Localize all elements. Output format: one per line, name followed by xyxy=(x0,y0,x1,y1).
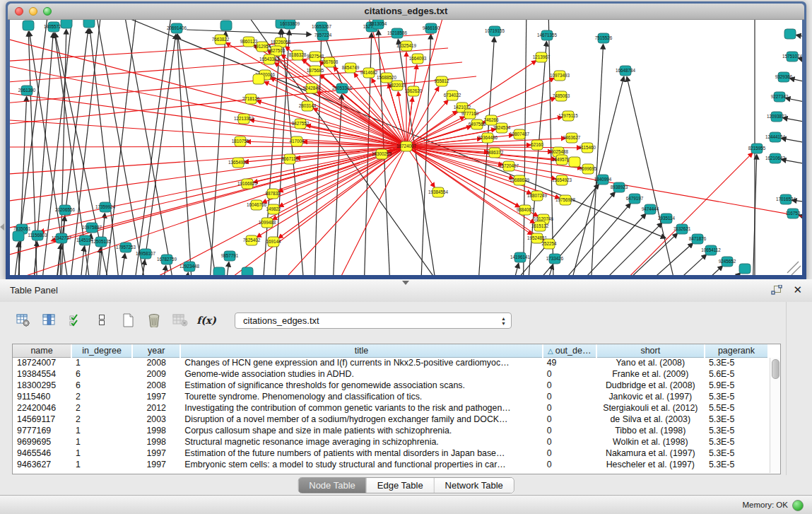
graph-node[interactable]: 10654112 xyxy=(701,245,721,255)
graph-node[interactable]: 9699695 xyxy=(579,164,597,174)
graph-node[interactable]: 18807249 xyxy=(527,191,548,201)
graph-node[interactable]: 20691406 xyxy=(167,23,187,33)
delete-columns-button[interactable] xyxy=(145,311,163,329)
graph-node[interactable]: 19756928 xyxy=(555,195,576,205)
graph-node[interactable]: 1213967 xyxy=(533,52,551,62)
graph-node[interactable]: 2061390 xyxy=(18,86,36,95)
graph-node[interactable]: 1875685 xyxy=(307,66,324,76)
graph-node[interactable]: 7515526 xyxy=(595,33,613,43)
graph-node[interactable]: 8822037 xyxy=(389,81,406,90)
graph-node[interactable]: 17016534 xyxy=(776,194,796,204)
window-close-button[interactable] xyxy=(15,7,23,16)
graph-node[interactable]: 6479197 xyxy=(626,194,644,204)
graph-node[interactable]: 9466160 xyxy=(423,23,440,33)
graph-node[interactable]: 20364486 xyxy=(478,133,498,143)
graph-node[interactable]: 7625402 xyxy=(243,235,261,245)
graph-node[interactable]: 16210643 xyxy=(765,153,786,163)
table-row[interactable]: 969969511998Structural magnetic resonanc… xyxy=(13,436,768,448)
float-panel-icon[interactable] xyxy=(771,285,783,296)
graph-node[interactable]: 9227342 xyxy=(771,92,789,102)
graph-node[interactable]: 149822 xyxy=(266,204,281,214)
delete-table-button[interactable] xyxy=(171,311,189,329)
graph-node[interactable]: 1362620 xyxy=(405,86,423,96)
window-minimize-button[interactable] xyxy=(29,7,37,16)
graph-node[interactable]: 17957253 xyxy=(116,243,136,252)
graph-node[interactable] xyxy=(242,267,253,275)
graph-node[interactable] xyxy=(83,20,95,28)
rows-button[interactable] xyxy=(93,311,111,329)
graph-node[interactable]: 9414682 xyxy=(360,68,378,78)
table-settings-button[interactable] xyxy=(14,311,33,329)
graph-node[interactable]: 16782759 xyxy=(157,255,177,264)
graph-node[interactable] xyxy=(569,157,580,167)
graph-node[interactable]: 6497568 xyxy=(469,119,486,129)
graph-node[interactable]: 19166825 xyxy=(237,179,258,189)
table-row[interactable]: 946554611997Estimation of the future num… xyxy=(13,448,768,459)
graph-node[interactable]: 2718126 xyxy=(242,94,260,104)
graph-node[interactable]: 7632621 xyxy=(673,224,691,234)
column-header-short[interactable]: short xyxy=(596,344,705,357)
graph-node[interactable]: 12505135 xyxy=(91,237,112,247)
column-header-pagerank[interactable]: pagerank xyxy=(705,344,768,357)
graph-node[interactable] xyxy=(13,231,24,241)
splitter-handle-icon[interactable] xyxy=(402,281,409,285)
table-row[interactable]: 1456911722003Disruption of a novel membe… xyxy=(13,414,768,425)
graph-node[interactable] xyxy=(23,21,34,30)
graph-node[interactable]: 12213363 xyxy=(234,114,254,124)
graph-node[interactable]: 1664093 xyxy=(409,54,427,64)
select-columns-button[interactable] xyxy=(66,311,85,329)
table-row[interactable]: 1938455462009Genome-wide association stu… xyxy=(13,368,768,380)
graph-node[interactable] xyxy=(253,74,264,84)
graph-node[interactable]: 16046766 xyxy=(247,200,267,210)
function-builder-button[interactable]: f(x) xyxy=(197,311,216,329)
column-header-name[interactable]: name xyxy=(13,344,71,357)
graph-node[interactable]: 12923448 xyxy=(180,262,200,271)
table-row[interactable]: 977716911998Corpus callosum shape and si… xyxy=(13,425,768,436)
graph-node[interactable]: 10958107 xyxy=(136,249,156,259)
table-row[interactable]: 2242004622012Investigating the contribut… xyxy=(13,402,768,414)
graph-node[interactable]: 955812 xyxy=(434,76,449,86)
graph-node[interactable]: 15751074 xyxy=(782,52,802,62)
table-row[interactable]: 1830029562008Estimation of significance … xyxy=(13,380,768,391)
graph-node[interactable] xyxy=(784,29,796,39)
column-header-title[interactable]: title xyxy=(180,344,542,357)
graph-node[interactable]: 7486372 xyxy=(486,148,504,158)
graph-node[interactable]: 9329366 xyxy=(775,72,793,82)
graph-node[interactable]: 8215955 xyxy=(748,144,766,153)
graph-node[interactable]: 7485063 xyxy=(553,91,570,101)
window-titlebar[interactable]: citations_edges.txt xyxy=(8,4,804,20)
graph-node[interactable]: 8471876 xyxy=(689,234,707,244)
table-scrollbar[interactable] xyxy=(770,358,780,473)
table-chooser-dropdown[interactable]: citations_edges.txt ▲▼ xyxy=(235,313,512,329)
graph-node[interactable]: 14196141 xyxy=(510,252,531,262)
graph-node[interactable]: 20053346 xyxy=(332,83,353,93)
tab-node-table[interactable]: Node Table xyxy=(298,478,366,493)
graph-node[interactable]: 9857791 xyxy=(221,251,239,261)
graph-node[interactable]: 14671355 xyxy=(537,30,558,40)
graph-node[interactable]: 8667110 xyxy=(281,154,299,164)
column-header-in_degree[interactable]: in_degree xyxy=(71,344,132,357)
graph-node[interactable]: 13654923 xyxy=(552,175,572,185)
graph-node[interactable]: 8186328 xyxy=(289,50,307,60)
graph-node[interactable]: 10807487 xyxy=(510,129,530,139)
graph-node[interactable]: 12444154 xyxy=(765,132,786,142)
graph-node[interactable]: 6734022 xyxy=(444,90,461,100)
graph-node[interactable] xyxy=(739,264,751,274)
graph-node[interactable]: 12342737 xyxy=(52,233,72,243)
graph-node[interactable]: 252254 xyxy=(541,239,557,249)
create-column-button[interactable] xyxy=(119,311,137,329)
graph-node[interactable]: 10719155 xyxy=(485,26,505,36)
table-row[interactable]: 946362711997Embryonic stem cells: a mode… xyxy=(13,459,768,470)
table-row[interactable]: 1872400712008Changes of HCN gene express… xyxy=(13,357,768,368)
graph-node[interactable]: 1615132 xyxy=(531,221,549,231)
column-header-out_degree[interactable]: △out_de… xyxy=(543,344,596,357)
graph-node[interactable]: 116753 xyxy=(786,209,801,218)
graph-node[interactable]: 17359924 xyxy=(95,202,116,212)
column-header-year[interactable]: year xyxy=(132,344,180,357)
graph-node[interactable]: 3824534 xyxy=(493,123,511,133)
graph-node[interactable] xyxy=(213,267,225,275)
graph-node[interactable]: 8938923 xyxy=(611,182,628,192)
graph-node[interactable]: 20206556 xyxy=(55,205,76,215)
graph-node[interactable]: 15720407 xyxy=(499,161,519,171)
tab-edge-table[interactable]: Edge Table xyxy=(366,478,434,493)
